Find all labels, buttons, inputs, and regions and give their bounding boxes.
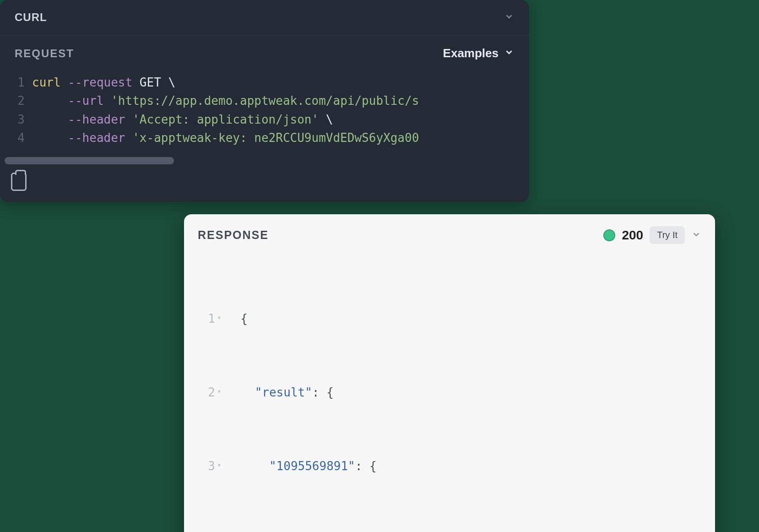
try-it-button[interactable]: Try It <box>650 226 685 244</box>
clipboard-icon[interactable] <box>11 173 27 191</box>
response-controls: 200 Try It <box>603 226 701 244</box>
horizontal-scrollbar[interactable] <box>4 157 525 164</box>
line-number: 2 <box>184 383 217 402</box>
chevron-down-icon <box>504 11 514 23</box>
line-number: 3 <box>184 457 217 475</box>
response-header: RESPONSE 200 Try It <box>184 214 715 254</box>
chevron-down-icon[interactable] <box>691 229 701 241</box>
status-dot-icon <box>603 229 615 241</box>
json-line: 3 ▾ "1095569891": { <box>184 457 715 475</box>
code-line: 4 --header 'x-apptweak-key: ne2RCCU9umVd… <box>0 129 529 147</box>
request-panel: CURL REQUEST Examples 1 curl --request G… <box>0 0 529 202</box>
request-code-block[interactable]: 1 curl --request GET \ 2 --url 'https://… <box>0 69 529 152</box>
json-line: 2 ▾ "result": { <box>184 383 715 402</box>
language-label: CURL <box>15 11 47 24</box>
fold-toggle-icon[interactable]: ▾ <box>217 383 226 402</box>
line-number: 3 <box>0 110 32 129</box>
line-number: 1 <box>184 309 217 328</box>
line-number: 2 <box>0 92 32 110</box>
examples-label: Examples <box>443 46 499 60</box>
status-code: 200 <box>622 228 643 243</box>
request-footer <box>0 164 529 202</box>
fold-toggle-icon[interactable]: ▾ <box>217 309 226 328</box>
code-line: 1 curl --request GET \ <box>0 73 529 92</box>
fold-toggle-icon[interactable]: ▾ <box>217 457 226 475</box>
code-line: 2 --url 'https://app.demo.apptweak.com/a… <box>0 92 529 110</box>
json-line: 1 ▾ { <box>184 309 715 328</box>
examples-dropdown[interactable]: Examples <box>443 46 514 60</box>
language-selector-header[interactable]: CURL <box>0 0 529 35</box>
request-section-label: REQUEST <box>15 47 74 60</box>
request-section-header: REQUEST Examples <box>0 35 529 69</box>
response-section-label: RESPONSE <box>198 228 269 242</box>
scrollbar-thumb[interactable] <box>5 157 174 164</box>
line-number: 4 <box>0 129 32 147</box>
chevron-down-icon <box>504 46 514 60</box>
code-line: 3 --header 'Accept: application/json' \ <box>0 110 529 129</box>
response-json-block[interactable]: 1 ▾ { 2 ▾ "result": { 3 ▾ "1095569891": … <box>184 254 715 532</box>
response-panel: RESPONSE 200 Try It 1 ▾ { 2 ▾ "result": … <box>184 214 715 532</box>
line-number: 1 <box>0 73 32 92</box>
